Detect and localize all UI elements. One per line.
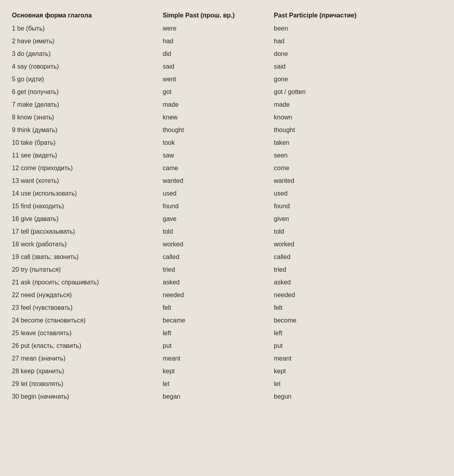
table-row: 29 let (позволять) let let: [12, 378, 442, 390]
base-form: 20 try (пытаться): [12, 265, 163, 274]
past-participle: meant: [274, 354, 442, 363]
base-form: 26 put (класть; ставить): [12, 342, 163, 350]
simple-past: did: [163, 50, 274, 58]
past-participle: begun: [274, 392, 442, 401]
table-row: 3 do (делать) did done: [12, 48, 442, 60]
simple-past: let: [163, 380, 274, 388]
past-participle: seen: [274, 151, 442, 160]
simple-past: had: [163, 37, 274, 46]
table-row: 21 ask (просить; спрашивать) asked asked: [12, 276, 442, 289]
base-form: 15 find (находить): [12, 202, 163, 211]
simple-past: saw: [163, 151, 274, 160]
past-participle: let: [274, 380, 442, 388]
base-form: 5 go (идти): [12, 75, 163, 84]
simple-past: left: [163, 329, 274, 338]
base-form: 21 ask (просить; спрашивать): [12, 278, 163, 287]
table-row: 15 find (находить) found found: [12, 200, 442, 213]
simple-past: used: [163, 189, 274, 198]
table-row: 26 put (класть; ставить) put put: [12, 340, 442, 352]
past-participle: given: [274, 215, 442, 223]
table-row: 17 tell (рассказывать) told told: [12, 225, 442, 238]
past-participle: thought: [274, 126, 442, 134]
base-form: 11 see (видеть): [12, 151, 163, 160]
header-col1: Основная форма глагола: [12, 12, 163, 19]
table-row: 9 think (думать) thought thought: [12, 124, 442, 136]
simple-past: gave: [163, 215, 274, 223]
past-participle: had: [274, 37, 442, 46]
simple-past: worked: [163, 240, 274, 249]
simple-past: began: [163, 392, 274, 401]
base-form: 3 do (делать): [12, 50, 163, 58]
simple-past: became: [163, 316, 274, 325]
past-participle: made: [274, 100, 442, 109]
base-form: 9 think (думать): [12, 126, 163, 134]
past-participle: worked: [274, 240, 442, 249]
table-row: 12 come (приходить) came come: [12, 162, 442, 175]
simple-past: meant: [163, 354, 274, 363]
past-participle: put: [274, 342, 442, 350]
base-form: 27 mean (значить): [12, 354, 163, 363]
table-row: 16 give (давать) gave given: [12, 213, 442, 225]
simple-past: felt: [163, 303, 274, 312]
simple-past: were: [163, 24, 274, 33]
base-form: 12 come (приходить): [12, 164, 163, 173]
table-row: 10 take (брать) took taken: [12, 136, 442, 149]
past-participle: known: [274, 113, 442, 122]
base-form: 23 feel (чувствовать): [12, 303, 163, 312]
past-participle: called: [274, 253, 442, 261]
base-form: 19 call (звать; звонить): [12, 253, 163, 261]
base-form: 25 leave (оставлять): [12, 329, 163, 338]
table-row: 7 make (делать) made made: [12, 98, 442, 111]
simple-past: said: [163, 62, 274, 71]
table-body: 1 be (быть) were been 2 have (иметь) had…: [12, 22, 442, 403]
base-form: 30 begin (начинать): [12, 392, 163, 401]
past-participle: done: [274, 50, 442, 58]
table-row: 20 try (пытаться) tried tried: [12, 263, 442, 276]
table-row: 27 mean (значить) meant meant: [12, 352, 442, 365]
table-row: 25 leave (оставлять) left left: [12, 327, 442, 340]
simple-past: called: [163, 253, 274, 261]
past-participle: wanted: [274, 177, 442, 185]
table-row: 5 go (идти) went gone: [12, 73, 442, 86]
past-participle: come: [274, 164, 442, 173]
past-participle: become: [274, 316, 442, 325]
simple-past: took: [163, 138, 274, 147]
base-form: 13 want (хотеть): [12, 177, 163, 185]
simple-past: kept: [163, 367, 274, 376]
table-row: 2 have (иметь) had had: [12, 35, 442, 48]
header-col2: Simple Past (прош. вр.): [163, 12, 274, 19]
base-form: 22 need (нуждаться): [12, 291, 163, 299]
simple-past: wanted: [163, 177, 274, 185]
past-participle: got / gotten: [274, 88, 442, 96]
past-participle: felt: [274, 303, 442, 312]
simple-past: needed: [163, 291, 274, 299]
base-form: 17 tell (рассказывать): [12, 227, 163, 236]
simple-past: thought: [163, 126, 274, 134]
past-participle: used: [274, 189, 442, 198]
simple-past: put: [163, 342, 274, 350]
table-row: 11 see (видеть) saw seen: [12, 149, 442, 162]
verb-table: Основная форма глагола Simple Past (прош…: [12, 8, 442, 403]
past-participle: needed: [274, 291, 442, 299]
base-form: 2 have (иметь): [12, 37, 163, 46]
past-participle: asked: [274, 278, 442, 287]
base-form: 1 be (быть): [12, 24, 163, 33]
past-participle: taken: [274, 138, 442, 147]
base-form: 18 work (работать): [12, 240, 163, 249]
simple-past: got: [163, 88, 274, 96]
base-form: 7 make (делать): [12, 100, 163, 109]
simple-past: went: [163, 75, 274, 84]
table-row: 13 want (хотеть) wanted wanted: [12, 175, 442, 187]
simple-past: told: [163, 227, 274, 236]
simple-past: made: [163, 100, 274, 109]
table-row: 1 be (быть) were been: [12, 22, 442, 35]
base-form: 16 give (давать): [12, 215, 163, 223]
simple-past: came: [163, 164, 274, 173]
past-participle: gone: [274, 75, 442, 84]
table-row: 18 work (работать) worked worked: [12, 238, 442, 251]
table-row: 8 know (знать) knew known: [12, 111, 442, 124]
past-participle: told: [274, 227, 442, 236]
past-participle: left: [274, 329, 442, 338]
table-header: Основная форма глагола Simple Past (прош…: [12, 8, 442, 22]
table-row: 24 become (становиться) became become: [12, 314, 442, 327]
